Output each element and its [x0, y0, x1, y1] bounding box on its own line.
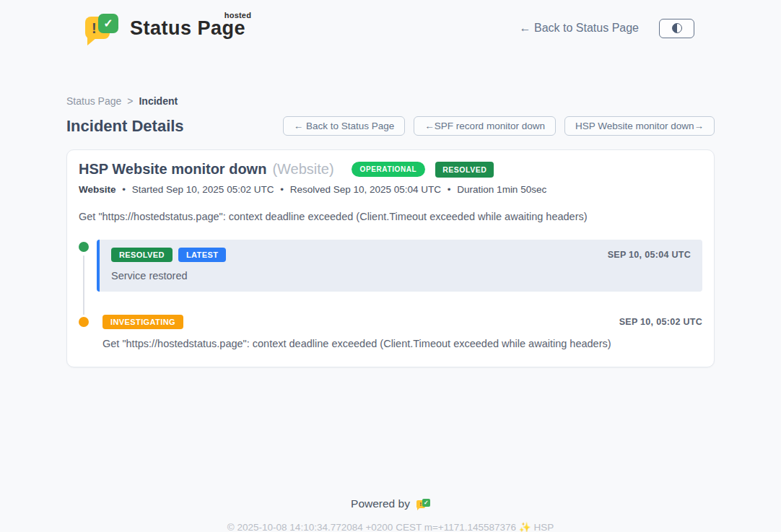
timeline-entry-resolved: RESOLVED LATEST SEP 10, 05:04 UTC Servic…	[97, 240, 702, 292]
meta-component: Website	[79, 184, 116, 195]
breadcrumb-separator: >	[127, 95, 133, 107]
arrow-left-icon: ←	[520, 22, 531, 34]
latest-badge: LATEST	[178, 248, 226, 262]
entry-timestamp: SEP 10, 05:02 UTC	[619, 317, 702, 327]
incident-title: HSP Website monitor down	[79, 161, 266, 178]
next-button-label: HSP Website monitor down	[575, 121, 694, 131]
footer: Powered by ! ✓ © 2025-10-08 14:10:34.772…	[66, 497, 715, 532]
timeline-dot-green	[79, 242, 89, 252]
brand-hosted-tag: hosted	[224, 11, 251, 19]
prev-button-label: SPF record monitor down	[435, 121, 545, 131]
back-button-label: Back to Status Page	[303, 121, 394, 131]
entry-timestamp: SEP 10, 05:04 UTC	[608, 250, 691, 260]
meta-separator: •	[448, 184, 451, 195]
brand-logo[interactable]: ✓ ! Status Page hosted	[85, 12, 245, 44]
incident-component: (Website)	[272, 161, 333, 178]
timeline-update-box: RESOLVED LATEST SEP 10, 05:04 UTC Servic…	[97, 240, 702, 292]
meta-resolved: Resolved Sep 10, 2025 05:04 UTC	[290, 184, 441, 195]
meta-started: Started Sep 10, 2025 05:02 UTC	[132, 184, 274, 195]
half-moon-icon	[672, 23, 682, 33]
operational-badge: OPERATIONAL	[352, 162, 426, 177]
back-to-status-page-button[interactable]: ← Back to Status Page	[283, 116, 406, 136]
meta-duration: Duration 1min 50sec	[457, 184, 546, 195]
powered-by-logo-icon: ! ✓	[416, 498, 430, 510]
incident-description: Get "https://hostedstatus.page": context…	[79, 211, 702, 222]
timeline-dot-orange	[79, 317, 89, 327]
copyright-suffix: HSP	[531, 522, 554, 532]
resolved-badge: RESOLVED	[435, 162, 494, 178]
logo-exclamation-icon: !	[92, 21, 97, 35]
header: ✓ ! Status Page hosted ← Back to Status …	[0, 0, 781, 55]
copyright-main: © 2025-10-08 14:10:34.772084 +0200 CEST …	[227, 522, 519, 532]
arrow-left-icon: ←	[294, 121, 304, 131]
title-row: Incident Details ← Back to Status Page ←…	[66, 116, 715, 136]
sparkle-icon: ✨	[519, 522, 531, 532]
status-page-logo-icon: ✓ !	[85, 12, 121, 44]
timeline-entry-investigating: INVESTIGATING SEP 10, 05:02 UTC Get "htt…	[97, 315, 702, 349]
back-link-label: Back to Status Page	[531, 22, 639, 34]
timeline-row: INVESTIGATING SEP 10, 05:02 UTC	[102, 315, 702, 329]
copyright-text: © 2025-10-08 14:10:34.772084 +0200 CEST …	[66, 521, 715, 532]
powered-by-label: Powered by	[351, 497, 410, 510]
timeline-update-plain: INVESTIGATING SEP 10, 05:02 UTC Get "htt…	[97, 315, 702, 349]
incident-meta: Website • Started Sep 10, 2025 05:02 UTC…	[79, 184, 702, 195]
breadcrumb-incident: Incident	[139, 95, 178, 107]
arrow-left-icon: ←	[424, 121, 435, 131]
meta-separator: •	[280, 184, 284, 195]
mini-check-icon: ✓	[422, 499, 430, 507]
meta-separator: •	[122, 184, 126, 195]
breadcrumb-status-page[interactable]: Status Page	[66, 95, 121, 107]
incident-card: HSP Website monitor down (Website) OPERA…	[66, 149, 715, 367]
breadcrumb: Status Page > Incident	[66, 95, 715, 107]
incident-title-row: HSP Website monitor down (Website) OPERA…	[79, 161, 702, 178]
main-content: Status Page > Incident Incident Details …	[66, 95, 715, 532]
next-incident-button[interactable]: HSP Website monitor down→	[564, 116, 715, 136]
brand-name: Status Page hosted	[130, 17, 245, 40]
prev-incident-button[interactable]: ←SPF record monitor down	[414, 116, 556, 136]
header-right: ← Back to Status Page	[520, 19, 694, 38]
arrow-right-icon: →	[694, 121, 704, 131]
brand-name-text: Status Page	[130, 17, 245, 39]
resolved-status-badge: RESOLVED	[111, 248, 173, 262]
theme-toggle-button[interactable]	[659, 19, 694, 38]
timeline-badges: RESOLVED LATEST	[111, 248, 226, 262]
powered-by: Powered by ! ✓	[351, 497, 430, 510]
entry-message: Service restored	[111, 270, 691, 282]
timeline-row: RESOLVED LATEST SEP 10, 05:04 UTC	[111, 248, 691, 262]
logo-check-icon: ✓	[98, 14, 118, 33]
investigating-status-badge: INVESTIGATING	[102, 315, 183, 329]
back-to-status-page-link[interactable]: ← Back to Status Page	[520, 22, 639, 35]
entry-message: Get "https://hostedstatus.page": context…	[102, 338, 702, 349]
incident-timeline: RESOLVED LATEST SEP 10, 05:04 UTC Servic…	[79, 240, 702, 349]
page-title: Incident Details	[66, 117, 184, 136]
incident-nav: ← Back to Status Page ←SPF record monito…	[283, 116, 715, 136]
